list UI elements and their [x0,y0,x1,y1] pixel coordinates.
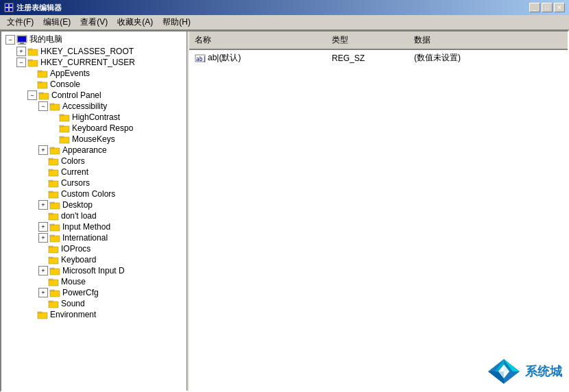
expand-controlpanel[interactable]: − [27,90,37,100]
svg-rect-57 [38,313,47,319]
tree-node-accessibility[interactable]: − Accessibility [3,101,184,112]
watermark-text: 系统城 [525,363,562,380]
folder-icon-msinputd [49,266,60,275]
folder-icon-current [48,167,59,177]
tree-node-controlpanel[interactable]: − Control Panel [3,90,184,101]
expand-inputmethod[interactable]: + [38,222,48,232]
tree-panel[interactable]: − 我的电脑 + HKEY_CLASSES_ROOT − [1,32,186,391]
expand-hkcr[interactable]: + [16,47,26,56]
svg-rect-45 [49,247,58,253]
tree-node-ioprocs[interactable]: IOProcs [3,243,184,254]
svg-rect-48 [49,257,53,258]
menu-help[interactable]: 帮助(H) [158,15,195,29]
desktop-label: Desktop [62,200,93,210]
minimize-button[interactable]: _ [529,3,540,12]
main-container: − 我的电脑 + HKEY_CLASSES_ROOT − [0,30,569,392]
tree-node-powercfg[interactable]: + PowerCfg [3,287,184,298]
svg-rect-53 [50,291,60,297]
tree-node-msinputd[interactable]: + Microsoft Input D [3,265,184,276]
appevents-label: AppEvents [50,69,90,78]
folder-icon-mousekeys [59,134,70,144]
hkcr-label: HKEY_CLASSES_ROOT [40,47,134,56]
console-label: Console [50,79,80,89]
folder-icon-desktop [49,200,60,210]
folder-icon-colors [48,156,59,166]
folder-icon-hkcr [27,47,38,56]
maximize-button[interactable]: □ [542,3,553,12]
svg-rect-37 [50,203,60,209]
tree-node-colors[interactable]: Colors [3,156,184,167]
svg-text:ab|: ab| [196,56,206,62]
folder-icon-customcolors [48,189,59,199]
svg-rect-54 [50,290,54,291]
tree-node-dontload[interactable]: don't load [3,210,184,221]
svg-rect-21 [60,115,69,121]
menu-favorites[interactable]: 收藏夹(A) [113,15,157,29]
menu-view[interactable]: 查看(V) [76,15,112,29]
svg-rect-34 [49,180,53,182]
expand-mypc[interactable]: − [5,35,15,45]
col-type: 类型 [329,33,411,47]
registry-entries: ab| ab|(默认) REG_SZ (数值未设置) [189,50,568,66]
folder-icon-international [49,233,60,243]
ioprocs-label: IOProcs [61,244,90,254]
tree-node-sound[interactable]: Sound [3,298,184,309]
expand-appearance[interactable]: + [38,145,48,155]
svg-rect-33 [49,181,58,187]
watermark-logo [487,358,521,385]
svg-rect-4 [10,8,12,11]
tree-node-mouse[interactable]: Mouse [3,276,184,287]
menu-bar: 文件(F) 编辑(E) 查看(V) 收藏夹(A) 帮助(H) [0,15,569,30]
svg-rect-12 [28,60,32,61]
expand-powercfg[interactable]: + [38,288,48,297]
tree-node-customcolors[interactable]: Custom Colors [3,188,184,199]
expand-msinputd[interactable]: + [38,266,48,275]
expand-accessibility[interactable]: − [38,101,48,111]
cursors-label: Cursors [61,178,90,188]
right-panel: 名称 类型 数据 ab| ab|(默认) REG_SZ (数值未设置) [189,32,568,391]
keyboardresp-label: Keyboard Respo [72,123,133,133]
tree-node-mypc[interactable]: − 我的电脑 [3,33,184,46]
highcontrast-label: HighContrast [72,112,120,122]
tree-node-hkcu[interactable]: − HKEY_CURRENT_USER [3,57,184,68]
controlpanel-label: Control Panel [51,90,101,100]
tree-node-current[interactable]: Current [3,167,184,177]
tree-node-keyboardresp[interactable]: Keyboard Respo [3,123,184,134]
sound-label: Sound [61,299,85,308]
close-button[interactable]: ✕ [554,3,565,12]
tree-node-hkcr[interactable]: + HKEY_CLASSES_ROOT [3,46,184,57]
svg-rect-17 [39,93,49,99]
expand-international[interactable]: + [38,233,48,243]
svg-rect-40 [49,213,53,215]
table-row[interactable]: ab| ab|(默认) REG_SZ (数值未设置) [189,50,568,66]
folder-icon-keyboard [48,255,59,265]
tree-node-desktop[interactable]: + Desktop [3,199,184,210]
tree-node-environment[interactable]: Environment [3,309,184,320]
tree-node-highcontrast[interactable]: HighContrast [3,112,184,123]
svg-rect-7 [20,42,24,44]
svg-rect-43 [50,236,60,242]
svg-rect-8 [18,44,26,45]
svg-rect-1 [5,4,8,7]
appearance-label: Appearance [62,145,107,155]
menu-edit[interactable]: 编辑(E) [39,15,75,29]
folder-icon-dontload [48,211,59,221]
mypc-label: 我的电脑 [29,34,62,45]
expand-hkcu[interactable]: − [16,58,26,67]
tree-node-international[interactable]: + International [3,232,184,243]
tree-node-console[interactable]: Console [3,79,184,90]
svg-rect-16 [38,82,42,83]
tree-node-inputmethod[interactable]: + Input Method [3,221,184,232]
svg-rect-46 [49,246,53,247]
menu-file[interactable]: 文件(F) [3,15,38,29]
tree-node-keyboard[interactable]: Keyboard [3,254,184,265]
svg-rect-28 [50,147,54,149]
tree-node-cursors[interactable]: Cursors [3,177,184,188]
tree-node-appevents[interactable]: AppEvents [3,68,184,79]
title-bar: 注册表编辑器 _ □ ✕ [0,0,569,15]
tree-node-appearance[interactable]: + Appearance [3,145,184,156]
svg-rect-25 [60,137,69,143]
expand-desktop[interactable]: + [38,200,48,210]
folder-icon-powercfg [49,288,60,297]
tree-node-mousekeys[interactable]: MouseKeys [3,134,184,145]
